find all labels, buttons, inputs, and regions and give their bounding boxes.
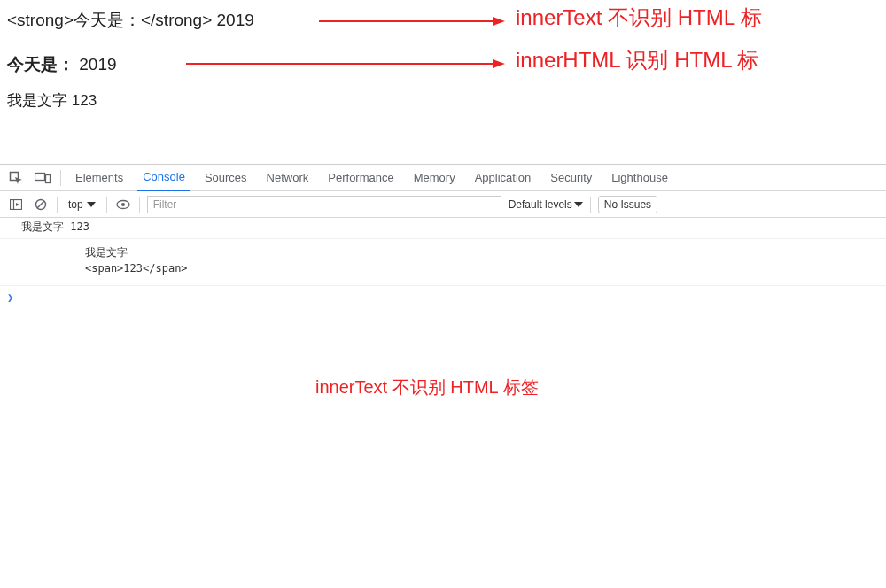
device-toggle-icon[interactable] [34,169,51,187]
context-selector[interactable]: top [65,198,99,211]
text-line-2-bold: 今天是： [7,55,74,74]
console-log-2-line1: 我是文字 [85,246,128,259]
tab-security[interactable]: Security [545,165,597,191]
devtools-tabbar: Elements Console Sources Network Perform… [0,165,886,191]
show-sidebar-icon[interactable] [7,196,25,213]
annotation-center: innerText 不识别 HTML 标签 [315,375,539,399]
console-log-2-line2: <span>123</span> [85,262,188,275]
tab-console[interactable]: Console [137,165,190,191]
levels-label: Default levels [509,198,572,211]
clear-console-icon[interactable] [32,196,50,213]
devtools-panel: Elements Console Sources Network Perform… [0,164,886,309]
separator [60,170,61,186]
console-log-2: 我是文字 <span>123</span> [0,239,886,286]
svg-point-13 [121,203,125,206]
tab-elements[interactable]: Elements [70,165,128,191]
inspect-element-icon[interactable] [7,169,25,187]
console-prompt[interactable]: ❯ [0,286,886,309]
tab-lighthouse[interactable]: Lighthouse [606,165,673,191]
chevron-down-icon [574,202,583,207]
tab-application[interactable]: Application [470,165,537,191]
text-line-3: 我是文字 123 [7,90,879,111]
issues-badge[interactable]: No Issues [598,196,657,213]
page-content: <strong>今天是：</strong> 2019 今天是： 2019 我是文… [0,0,886,164]
log-levels-selector[interactable]: Default levels [509,198,583,211]
separator [106,197,107,213]
annotation-innerhtml: innerHTML 识别 HTML 标 [516,46,758,74]
chevron-down-icon [87,202,96,207]
console-output: 我是文字 123 我是文字 <span>123</span> ❯ [0,218,886,309]
svg-line-11 [37,201,44,208]
separator [590,197,591,213]
text-cursor [19,291,19,304]
arrow-1 [319,16,505,19]
svg-rect-6 [46,174,51,182]
live-expression-icon[interactable] [114,196,132,213]
context-label: top [68,198,83,211]
console-log-1: 我是文字 123 [0,218,886,239]
svg-marker-9 [16,203,19,206]
console-toolbar: top Filter Default levels No Issues [0,191,886,218]
svg-rect-5 [35,173,45,180]
separator [139,197,140,213]
tab-sources[interactable]: Sources [199,165,253,191]
text-line-2-rest: 2019 [74,55,117,74]
tab-memory[interactable]: Memory [408,165,461,191]
issues-label: No Issues [604,198,651,211]
tab-performance[interactable]: Performance [323,165,399,191]
separator [57,197,58,213]
svg-marker-1 [493,17,505,26]
filter-placeholder: Filter [153,198,177,211]
annotation-innertext: innerText 不识别 HTML 标 [516,4,762,32]
svg-marker-3 [493,59,505,68]
filter-input[interactable]: Filter [147,196,501,213]
tab-network[interactable]: Network [261,165,315,191]
prompt-caret-icon: ❯ [7,291,13,304]
arrow-2 [186,58,505,62]
